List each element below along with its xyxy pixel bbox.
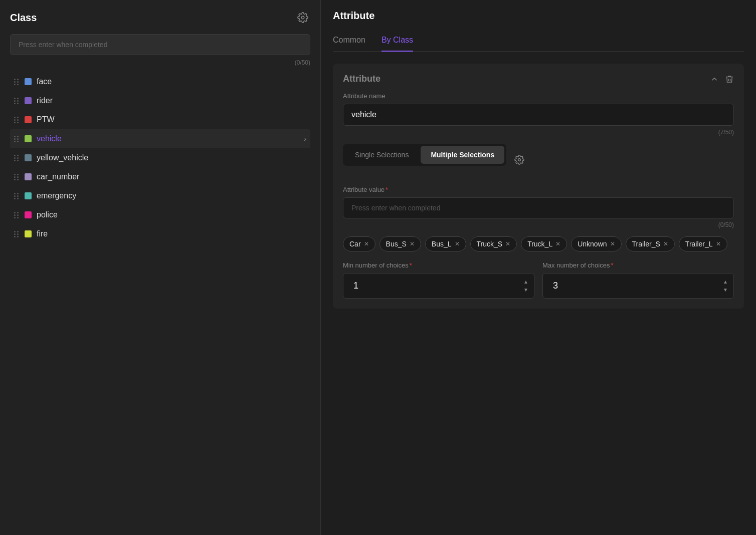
class-color-swatch — [25, 135, 32, 142]
attr-value-label: Attribute value* — [343, 186, 734, 193]
tag-remove-car[interactable]: ✕ — [364, 240, 369, 247]
class-name: police — [37, 210, 306, 219]
attr-name-char-count: (7/50) — [343, 129, 734, 136]
class-item-emergency[interactable]: emergency — [10, 186, 310, 205]
drag-handle[interactable] — [14, 174, 19, 180]
drag-handle[interactable] — [14, 98, 19, 104]
class-color-swatch — [25, 192, 32, 199]
max-increment-button[interactable]: ▲ — [721, 279, 730, 286]
max-choices-input-wrapper: ▲ ▼ — [542, 273, 734, 299]
tag-label: Trailer_S — [632, 240, 660, 248]
tab-by-class[interactable]: By Class — [382, 32, 413, 52]
class-name: fire — [37, 229, 306, 238]
sel-tab-multiple[interactable]: Multiple Selections — [421, 146, 504, 164]
tag-label: Trailer_L — [685, 240, 713, 248]
tag-remove-unknown[interactable]: ✕ — [610, 240, 615, 247]
class-search-input[interactable] — [10, 34, 310, 55]
attr-section: Attribute Attribute name — [333, 64, 744, 309]
attr-name-label: Attribute name — [343, 92, 734, 100]
tag-label: Truck_S — [477, 240, 503, 248]
class-count: (0/50) — [10, 59, 310, 66]
tag-remove-truck-l[interactable]: ✕ — [555, 240, 560, 247]
tag-label: Bus_L — [432, 240, 452, 248]
tag-remove-truck-s[interactable]: ✕ — [505, 240, 510, 247]
drag-handle[interactable] — [14, 117, 19, 123]
min-increment-button[interactable]: ▲ — [521, 279, 530, 286]
class-item-PTW[interactable]: PTW — [10, 110, 310, 129]
attr-section-title: Attribute — [343, 74, 381, 84]
class-color-swatch — [25, 211, 32, 218]
class-list: face rider PTW — [10, 72, 310, 243]
tag-remove-bus-l[interactable]: ✕ — [455, 240, 460, 247]
attr-tabs: CommonBy Class — [333, 32, 744, 52]
tag-truck-l: Truck_L ✕ — [521, 236, 567, 251]
selection-settings-button[interactable] — [510, 151, 528, 169]
attr-section-actions — [710, 75, 734, 84]
class-item-police[interactable]: police — [10, 205, 310, 224]
class-item-yellow_vehicle[interactable]: yellow_vehicle — [10, 148, 310, 167]
min-decrement-button[interactable]: ▼ — [521, 287, 530, 294]
drag-handle[interactable] — [14, 231, 19, 237]
attr-value-char-count: (0/50) — [343, 221, 734, 228]
class-name: face — [37, 77, 306, 86]
svg-point-1 — [518, 159, 521, 161]
svg-point-0 — [301, 16, 304, 19]
drag-handle[interactable] — [14, 155, 19, 161]
left-panel: Class (0/50) face rider — [0, 0, 321, 535]
tag-trailer-s: Trailer_S ✕ — [626, 236, 675, 251]
class-item-fire[interactable]: fire — [10, 224, 310, 243]
min-spinners: ▲ ▼ — [521, 279, 530, 294]
class-color-swatch — [25, 230, 32, 237]
max-decrement-button[interactable]: ▼ — [721, 287, 730, 294]
attr-value-input[interactable] — [343, 197, 734, 218]
class-settings-button[interactable] — [295, 10, 310, 25]
tag-label: Car — [349, 240, 361, 248]
attr-section-header: Attribute — [343, 74, 734, 84]
chevron-right-icon: › — [304, 135, 306, 143]
tag-bus-s: Bus_S ✕ — [380, 236, 421, 251]
class-color-swatch — [25, 78, 32, 85]
tag-remove-trailer-l[interactable]: ✕ — [716, 240, 721, 247]
tag-truck-s: Truck_S ✕ — [470, 236, 517, 251]
max-choices-label: Max number of choices* — [542, 261, 734, 269]
min-choices-label: Min number of choices* — [343, 261, 534, 269]
class-name: yellow_vehicle — [37, 153, 306, 162]
class-item-vehicle[interactable]: vehicle › — [10, 129, 310, 148]
delete-attribute-button[interactable] — [725, 75, 734, 84]
collapse-button[interactable] — [710, 75, 719, 84]
class-panel-header: Class — [10, 10, 310, 25]
max-spinners: ▲ ▼ — [721, 279, 730, 294]
right-panel: Attribute CommonBy Class Attribute — [321, 0, 756, 535]
tag-label: Bus_S — [386, 240, 407, 248]
class-item-rider[interactable]: rider — [10, 91, 310, 110]
class-color-swatch — [25, 154, 32, 161]
attr-value-section: Attribute value* (0/50) Car ✕ Bus_S ✕ Bu… — [343, 186, 734, 251]
class-item-car_number[interactable]: car_number — [10, 167, 310, 186]
class-name: rider — [37, 96, 306, 105]
tag-remove-trailer-s[interactable]: ✕ — [663, 240, 668, 247]
class-panel-title: Class — [10, 12, 37, 24]
tag-unknown: Unknown ✕ — [571, 236, 621, 251]
drag-handle[interactable] — [14, 193, 19, 199]
tab-common[interactable]: Common — [333, 32, 365, 52]
drag-handle[interactable] — [14, 79, 19, 85]
drag-handle[interactable] — [14, 212, 19, 218]
tag-label: Unknown — [578, 240, 607, 248]
drag-handle[interactable] — [14, 136, 19, 142]
class-color-swatch — [25, 97, 32, 104]
class-name: car_number — [37, 172, 306, 181]
tag-bus-l: Bus_L ✕ — [425, 236, 466, 251]
min-choices-input[interactable] — [343, 273, 534, 299]
tag-trailer-l: Trailer_L ✕ — [679, 236, 727, 251]
tags-container: Car ✕ Bus_S ✕ Bus_L ✕ Truck_S ✕ Truck_L … — [343, 236, 734, 251]
class-item-face[interactable]: face — [10, 72, 310, 91]
tag-remove-bus-s[interactable]: ✕ — [410, 240, 415, 247]
class-name: PTW — [37, 115, 306, 124]
class-color-swatch — [25, 116, 32, 123]
sel-tab-single[interactable]: Single Selections — [345, 146, 419, 164]
attr-panel-title: Attribute — [333, 10, 744, 22]
max-choices-input[interactable] — [542, 273, 734, 299]
attr-name-input[interactable] — [343, 104, 734, 126]
tag-label: Truck_L — [527, 240, 552, 248]
class-name: emergency — [37, 191, 306, 200]
